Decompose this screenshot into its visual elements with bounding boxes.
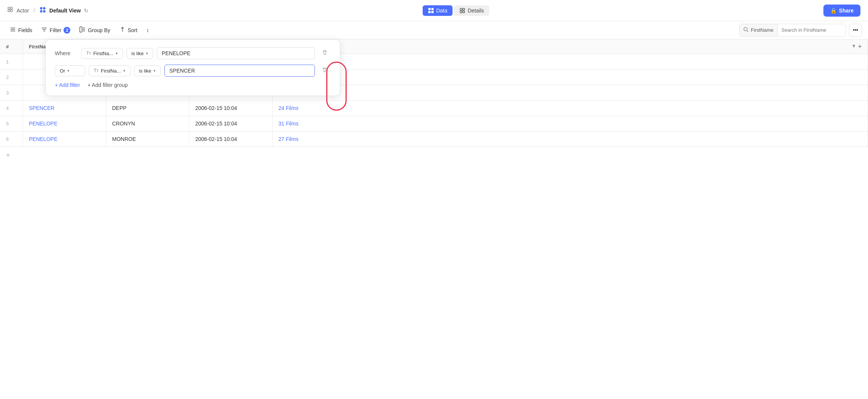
filter-value-input-1[interactable] [157,47,315,59]
cell-films-5[interactable]: 31 Films [272,116,868,131]
filter-actions: + Add filter + Add filter group [55,82,331,88]
cell-firstname-4[interactable]: SPENCER [23,101,106,116]
cell-num-4: 4 [0,101,23,116]
svg-rect-3 [11,10,12,12]
films-link-6[interactable]: 27 Films [279,136,299,142]
cell-films-6[interactable]: 27 Films [272,131,868,147]
add-row-button[interactable]: + [0,147,868,164]
firstname-link-6[interactable]: PENELOPE [29,136,57,142]
filter-condition-2-label: is like [139,68,152,74]
filter-label: Filter [50,27,61,33]
filter-panel: Where Tт FirstNa... ▾ is like ▾ [45,39,340,96]
svg-rect-10 [428,11,431,13]
search-field-name: FirstName [751,27,773,33]
delete-filter-button-1[interactable] [319,47,331,59]
share-button[interactable]: 🔒 Share [823,5,860,17]
trash-icon-2 [322,67,328,74]
svg-rect-8 [428,8,431,10]
tab-data[interactable]: Data [423,5,453,16]
sort-button[interactable]: Sort [116,24,141,36]
text-type-icon: Tт [86,51,91,56]
share-label: Share [839,8,854,14]
col-header-films[interactable]: Films ▾ + [272,39,868,54]
films-header-content: Films ▾ + [279,43,862,50]
view-icon [40,7,46,14]
filter-row-1: Where Tт FirstNa... ▾ is like ▾ [55,47,331,59]
top-bar-right: 🔒 Share [823,5,860,17]
add-filter-group-label: + Add filter group [88,82,128,88]
search-field-label: FirstName [739,24,778,36]
delete-btn-container-2 [319,65,331,77]
tab-details[interactable]: Details [454,5,489,16]
cell-lastupdate-4: 2006-02-15 10:04 [189,101,272,116]
cell-lastupdate-6: 2006-02-15 10:04 [189,131,272,147]
filter-value-input-2[interactable] [164,65,315,77]
group-by-icon [79,26,85,34]
svg-rect-6 [40,10,42,12]
cell-num-5: 5 [0,116,23,131]
where-label: Where [55,50,78,56]
films-link-4[interactable]: 24 Films [279,105,299,111]
svg-rect-15 [463,11,465,13]
sort-label: Sort [128,27,138,33]
cell-firstname-6[interactable]: PENELOPE [23,131,106,147]
tab-details-label: Details [468,8,484,14]
filter-condition-select-2[interactable]: is like ▾ [134,65,161,76]
breadcrumb-view: Default View [50,8,81,14]
fields-label: Fields [18,27,32,33]
refresh-icon[interactable]: ↻ [84,8,88,14]
cell-films-4[interactable]: 24 Films [272,101,868,116]
cell-films-2[interactable]: 25 Films [272,70,868,85]
toolbar: Fields Filter 2 Group By Sort ↕ FirstNam… [0,21,868,39]
filter-button[interactable]: Filter 2 [37,24,74,36]
chevron-down-icon-5: ▾ [153,68,156,73]
filter-condition-1-label: is like [132,51,144,56]
breadcrumb-actor[interactable]: Actor [17,8,29,14]
group-by-label: Group By [88,27,110,33]
trash-icon-1 [322,49,328,57]
add-column-icon[interactable]: + [858,43,862,50]
delete-filter-button-2[interactable] [319,65,331,77]
filter-condition-select-1[interactable]: is like ▾ [127,48,153,59]
chevron-down-icon-2: ▾ [146,51,148,56]
add-filter-group-button[interactable]: + Add filter group [88,82,128,88]
cell-lastname-5: CRONYN [106,116,189,131]
svg-rect-7 [43,10,45,12]
add-filter-button[interactable]: + Add filter [55,82,80,88]
chevron-down-icon-films[interactable]: ▾ [852,43,855,50]
cell-films-1[interactable]: 19 Films [272,54,868,70]
chevron-down-icon: ▾ [116,51,118,56]
firstname-link-5[interactable]: PENELOPE [29,121,57,127]
sort-icon [119,26,126,34]
cell-films-3[interactable]: 21 Films [272,85,868,101]
fields-button[interactable]: Fields [6,24,36,36]
more-options-button[interactable]: ••• [849,24,862,37]
group-by-button[interactable]: Group By [76,24,114,36]
films-header-controls: ▾ + [852,43,862,50]
order-button[interactable]: ↕ [143,25,153,36]
firstname-link-4[interactable]: SPENCER [29,105,55,111]
cell-firstname-5[interactable]: PENELOPE [23,116,106,131]
lock-icon: 🔒 [830,8,837,14]
cell-num-3: 3 [0,85,23,101]
delete-btn-container-1 [319,47,331,59]
table-row: 4 SPENCER DEPP 2006-02-15 10:04 24 Films [0,101,868,116]
add-filter-label: + Add filter [55,82,80,88]
svg-rect-1 [11,7,12,9]
search-icon [743,27,749,33]
filter-field-select-2[interactable]: Tт FirstNa... ▾ [89,65,130,76]
tab-data-label: Data [436,8,448,14]
svg-rect-4 [40,7,42,9]
order-icon: ↕ [146,27,149,33]
filter-field-select-1[interactable]: Tт FirstNa... ▾ [81,48,123,59]
table-row: 5 PENELOPE CRONYN 2006-02-15 10:04 31 Fi… [0,116,868,131]
svg-line-25 [747,31,749,32]
more-icon: ••• [853,27,858,33]
filter-row-2: Or ▾ Tт FirstNa... ▾ is like ▾ [55,65,331,77]
svg-rect-2 [8,10,10,12]
search-input[interactable] [778,24,846,36]
svg-rect-13 [463,8,465,10]
breadcrumb: Actor / Default View ↻ [8,7,88,14]
filter-connector-select[interactable]: Or ▾ [55,65,85,76]
films-link-5[interactable]: 31 Films [279,121,299,127]
